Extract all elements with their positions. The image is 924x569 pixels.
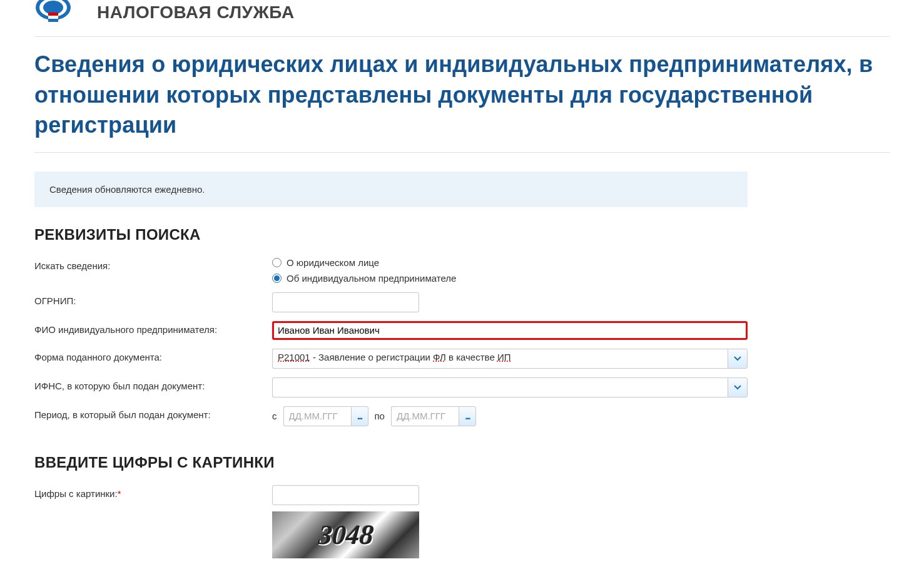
period-to-label: по <box>375 411 385 421</box>
label-ifns: ИФНС, в которую был подан документ: <box>34 377 272 391</box>
radio-legal-entity[interactable]: О юридическом лице <box>272 257 748 268</box>
logo-icon <box>34 0 84 25</box>
date-to-input[interactable] <box>391 406 459 426</box>
required-mark: * <box>118 488 121 499</box>
row-doc-form: Форма поданного документа: Р21001 - Заяв… <box>34 349 890 369</box>
label-doc-form: Форма поданного документа: <box>34 349 272 362</box>
captcha-image: 3048 <box>272 511 419 558</box>
svg-point-2 <box>43 1 63 14</box>
row-search-type: Искать сведения: О юридическом лице Об и… <box>34 257 890 284</box>
svg-rect-4 <box>48 16 58 19</box>
row-ogrnip: ОГРНИП: <box>34 292 890 312</box>
ellipsis-icon: ... <box>357 411 362 422</box>
doc-form-value[interactable]: Р21001 - Заявление о регистрации ФЛ в ка… <box>272 349 728 369</box>
row-period: Период, в который был подан документ: с … <box>34 406 890 426</box>
ifns-combo[interactable] <box>272 377 748 397</box>
row-captcha: Цифры с картинки:* 3048 <box>34 485 890 558</box>
label-ogrnip: ОГРНИП: <box>34 292 272 306</box>
ogrnip-input[interactable] <box>272 292 419 312</box>
divider <box>34 152 890 153</box>
divider <box>34 36 890 37</box>
captcha-digits: 3048 <box>317 519 374 551</box>
radio-legal-input[interactable] <box>272 258 282 267</box>
radio-individual-label: Об индивидуальном предпринимателе <box>287 273 456 284</box>
site-header: НАЛОГОВАЯ СЛУЖБА <box>34 0 890 31</box>
ifns-input[interactable] <box>272 377 728 397</box>
svg-rect-5 <box>48 19 58 22</box>
doc-form-combo[interactable]: Р21001 - Заявление о регистрации ФЛ в ка… <box>272 349 748 369</box>
info-banner: Сведения обновляются ежедневно. <box>34 172 748 207</box>
svg-rect-3 <box>48 13 58 16</box>
captcha-input[interactable] <box>272 485 419 505</box>
period-from-label: с <box>272 411 277 421</box>
label-captcha: Цифры с картинки:* <box>34 485 272 499</box>
label-fio: ФИО индивидуального предпринимателя: <box>34 321 272 335</box>
date-from-input[interactable] <box>283 406 351 426</box>
site-name: НАЛОГОВАЯ СЛУЖБА <box>97 3 295 23</box>
section-title-search: РЕКВИЗИТЫ ПОИСКА <box>34 226 890 243</box>
date-from-picker-button[interactable]: ... <box>351 406 368 426</box>
doc-form-dropdown-button[interactable] <box>728 349 748 369</box>
ellipsis-icon: ... <box>465 411 469 422</box>
radio-group-entity-type: О юридическом лице Об индивидуальном пре… <box>272 257 748 284</box>
label-period: Период, в который был подан документ: <box>34 406 272 420</box>
fio-input[interactable] <box>272 321 748 340</box>
page-title: Сведения о юридических лицах и индивидуа… <box>34 49 890 141</box>
radio-legal-label: О юридическом лице <box>287 257 379 268</box>
label-search-type: Искать сведения: <box>34 257 272 271</box>
row-fio: ФИО индивидуального предпринимателя: <box>34 321 890 340</box>
chevron-down-icon <box>734 356 741 361</box>
ifns-dropdown-button[interactable] <box>728 377 748 397</box>
radio-individual-entrepreneur[interactable]: Об индивидуальном предпринимателе <box>272 273 748 284</box>
radio-individual-input[interactable] <box>272 274 282 283</box>
date-to-picker-button[interactable]: ... <box>459 406 476 426</box>
chevron-down-icon <box>734 385 741 390</box>
section-title-captcha: ВВЕДИТЕ ЦИФРЫ С КАРТИНКИ <box>34 454 890 471</box>
row-ifns: ИФНС, в которую был подан документ: <box>34 377 890 397</box>
